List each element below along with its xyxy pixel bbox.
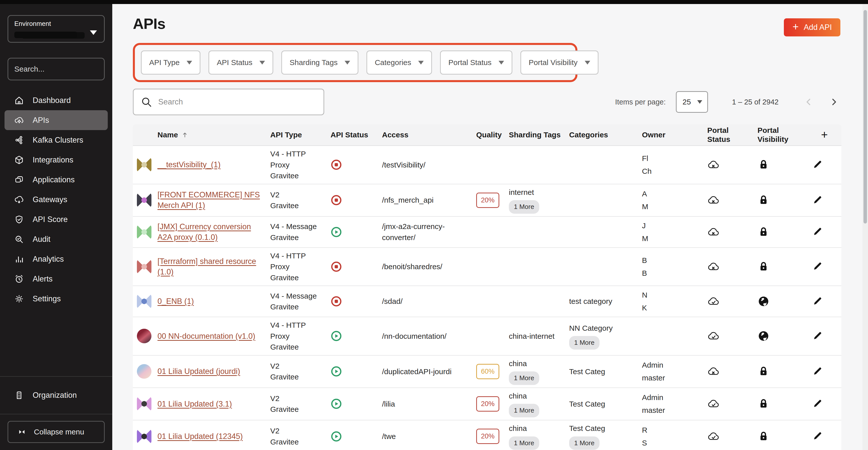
categories-cell xyxy=(565,229,638,234)
edit-api-button[interactable] xyxy=(811,194,824,206)
quality-cell: 20% xyxy=(472,190,505,211)
api-name-link[interactable]: 0_ENB (1) xyxy=(157,296,194,307)
column-header-owner[interactable]: Owner xyxy=(638,129,703,141)
sidebar-item-applications[interactable]: Applications xyxy=(0,170,112,190)
items-per-page-select[interactable]: 25 xyxy=(676,91,708,113)
column-header-portal-visibility[interactable]: Portal Visibility xyxy=(753,124,807,146)
api-type-line: Proxy xyxy=(270,159,322,170)
sharding-more-chip[interactable]: 1 More xyxy=(509,200,539,214)
stop-circle-icon xyxy=(331,261,342,272)
api-name-link[interactable]: 00 NN-documentation (v1.0) xyxy=(157,331,255,342)
table-search-input[interactable] xyxy=(158,97,316,106)
column-header-access[interactable]: Access xyxy=(378,129,472,141)
environment-selector[interactable]: Environment xyxy=(7,15,105,43)
row-actions xyxy=(807,192,841,209)
name-cell: 01 Lilia Updated (jourdi) xyxy=(133,362,266,381)
edit-api-button[interactable] xyxy=(811,261,824,273)
environment-label: Environment xyxy=(14,20,98,28)
pencil-icon xyxy=(812,234,823,238)
sidebar-item-settings[interactable]: Settings xyxy=(0,289,112,309)
api-name-link[interactable]: [Terrraform] shared resource (1.0) xyxy=(157,256,262,277)
cloud-check-icon xyxy=(707,430,719,443)
edit-api-button[interactable] xyxy=(811,226,824,238)
add-column-button[interactable]: + xyxy=(807,126,841,143)
filter-api-status[interactable]: API Status xyxy=(209,51,273,74)
edit-api-button[interactable] xyxy=(811,430,824,443)
name-cell: __testVisibility_(1) xyxy=(133,155,266,174)
api-avatar xyxy=(137,157,151,172)
page-scrollbar[interactable] xyxy=(863,4,868,450)
filter-categories[interactable]: Categories xyxy=(366,51,432,74)
sidebar-item-apis[interactable]: APIs xyxy=(4,110,108,130)
column-header-api-type[interactable]: API Type xyxy=(266,129,327,141)
api-type: V4 - HTTPProxyGravitee xyxy=(266,248,327,286)
api-name-link[interactable]: 01 Lilia Updated (3.1) xyxy=(157,399,232,409)
sharding-tag: internet xyxy=(509,187,561,198)
categories-more-chip[interactable]: 1 More xyxy=(569,437,599,450)
sidebar-item-api-score[interactable]: API Score xyxy=(0,210,112,229)
filter-portal-visibility[interactable]: Portal Visibility xyxy=(520,51,598,74)
cloud-x-icon xyxy=(707,159,719,171)
alarm-icon xyxy=(14,274,24,284)
quality-cell xyxy=(472,333,505,339)
api-name-link[interactable]: 01 Lilia Updated (jourdi) xyxy=(157,366,240,377)
sidebar-item-audit[interactable]: Audit xyxy=(0,229,112,249)
column-header-quality[interactable]: Quality xyxy=(472,129,505,141)
sidebar-item-kafka-clusters[interactable]: Kafka Clusters xyxy=(0,130,112,150)
column-header-categories[interactable]: Categories xyxy=(565,129,638,141)
categories-more-chip[interactable]: 1 More xyxy=(569,336,599,350)
sidebar-item-dashboard[interactable]: Dashboard xyxy=(0,90,112,110)
edit-api-button[interactable] xyxy=(811,365,824,378)
column-header-portal-status[interactable]: Portal Status xyxy=(703,124,753,146)
sharding-more-chip[interactable]: 1 More xyxy=(509,372,539,385)
api-status-cell xyxy=(327,395,378,412)
sharding-more-chip[interactable]: 1 More xyxy=(509,404,539,417)
api-name-link[interactable]: [FRONT ECOMMERCE] NFS Merch API (1) xyxy=(157,190,262,211)
api-type-line: V2 xyxy=(270,393,322,404)
api-type: V4 - HTTPProxyGravitee xyxy=(266,317,327,355)
sidebar-item-gateways[interactable]: Gateways xyxy=(0,190,112,210)
quality-badge: 20% xyxy=(476,429,499,444)
api-name-link[interactable]: [JMX] Currency conversion A2A proxy (0.1… xyxy=(157,222,262,243)
sidebar-item-analytics[interactable]: Analytics xyxy=(0,249,112,269)
filter-sharding-tags[interactable]: Sharding Tags xyxy=(281,51,359,74)
sidebar-search[interactable] xyxy=(7,58,105,81)
sidebar-item-alerts[interactable]: Alerts xyxy=(0,269,112,289)
edit-api-button[interactable] xyxy=(811,159,824,171)
filter-portal-status[interactable]: Portal Status xyxy=(440,51,513,74)
sharding-more-chip[interactable]: 1 More xyxy=(509,437,539,450)
row-actions xyxy=(807,363,841,380)
quality-cell xyxy=(472,264,505,269)
column-header-name[interactable]: Name xyxy=(133,129,266,141)
sidebar-item-organization[interactable]: Organization xyxy=(0,376,112,414)
filter-api-type[interactable]: API Type xyxy=(141,51,200,74)
table-search[interactable] xyxy=(133,89,324,115)
edit-api-button[interactable] xyxy=(811,398,824,410)
column-header-sharding-tags[interactable]: Sharding Tags xyxy=(505,129,565,141)
row-actions xyxy=(807,327,841,345)
api-name-link[interactable]: 01 Lilia Updated (12345) xyxy=(157,431,243,442)
previous-page-button[interactable] xyxy=(801,94,816,109)
api-type-line: V4 - HTTP xyxy=(270,250,322,261)
api-type: V4 - MessageGravitee xyxy=(266,288,327,315)
next-page-button[interactable] xyxy=(826,94,841,109)
environment-value-redacted xyxy=(14,32,77,38)
add-api-button[interactable]: + Add API xyxy=(784,18,840,36)
sidebar-search-input[interactable] xyxy=(14,65,111,73)
api-name-link[interactable]: __testVisibility_(1) xyxy=(157,159,220,170)
collapse-menu-button[interactable]: Collapse menu xyxy=(7,421,105,443)
row-actions xyxy=(807,428,841,445)
edit-api-button[interactable] xyxy=(811,330,824,342)
window-top-strip xyxy=(0,0,868,4)
quality-cell: 60% xyxy=(472,361,505,382)
lock-icon xyxy=(757,194,770,206)
owner-line: S xyxy=(642,437,699,449)
cloud-x-icon xyxy=(707,261,719,273)
edit-api-button[interactable] xyxy=(811,295,824,308)
scrollbar-thumb[interactable] xyxy=(864,10,867,224)
sidebar-item-integrations[interactable]: Integrations xyxy=(0,150,112,170)
sharding-tag: china xyxy=(509,390,561,401)
api-type: V2Gravitee xyxy=(266,423,327,450)
chevron-down-icon xyxy=(90,30,97,35)
column-header-api-status[interactable]: API Status xyxy=(327,129,378,141)
